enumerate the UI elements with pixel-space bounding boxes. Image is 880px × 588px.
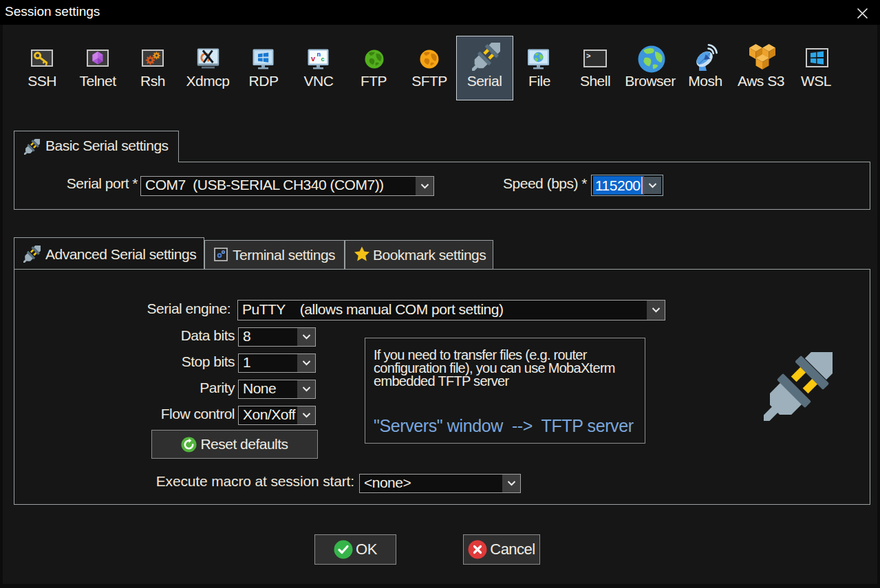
svg-text:v: v xyxy=(311,54,316,63)
svg-text:c: c xyxy=(321,56,325,63)
svg-text:n: n xyxy=(317,51,321,58)
svg-text:>: > xyxy=(586,52,591,61)
